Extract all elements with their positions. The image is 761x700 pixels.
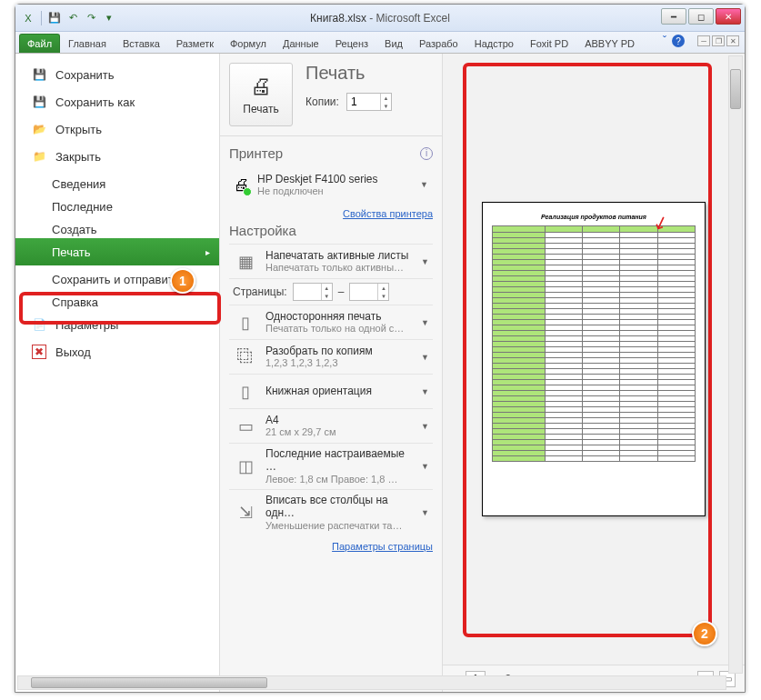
- print-title: Печать: [305, 63, 433, 84]
- nav-recent[interactable]: Последние: [15, 193, 219, 215]
- exit-icon: ✖: [32, 345, 46, 359]
- opt-sides[interactable]: ▯ Односторонняя печатьПечатать только на…: [229, 305, 433, 339]
- page-setup-link[interactable]: Параметры страницы: [332, 541, 433, 552]
- tab-view[interactable]: Вид: [376, 34, 411, 53]
- vertical-scrollbar[interactable]: [728, 55, 743, 674]
- minimize-button[interactable]: ━: [661, 8, 686, 25]
- annotation-callout-2: 2: [692, 621, 717, 646]
- quick-access-toolbar: X 💾 ↶ ↷ ▾: [15, 11, 122, 25]
- open-icon: 📂: [32, 122, 46, 136]
- tab-layout[interactable]: Разметк: [168, 34, 222, 53]
- tab-addins[interactable]: Надстро: [466, 34, 522, 53]
- tab-review[interactable]: Реценз: [327, 34, 376, 53]
- ribbon-tabs: Файл Главная Вставка Разметк Формул Данн…: [15, 32, 745, 54]
- page-side-icon: ▯: [233, 313, 258, 333]
- close-button[interactable]: ✕: [716, 8, 741, 25]
- tab-developer[interactable]: Разрабо: [411, 34, 466, 53]
- excel-icon: X: [21, 11, 35, 25]
- orientation-icon: ▯: [233, 382, 258, 402]
- fit-icon: ⇲: [233, 503, 258, 523]
- titlebar: X 💾 ↶ ↷ ▾ Книга8.xlsx - Microsoft Excel …: [15, 5, 745, 32]
- tab-home[interactable]: Главная: [60, 34, 115, 53]
- nav-close[interactable]: 📁Закрыть: [15, 143, 219, 170]
- chevron-down-icon: ▼: [420, 180, 428, 189]
- chevron-down-icon: ▼: [421, 353, 429, 362]
- redo-icon[interactable]: ↷: [84, 11, 98, 25]
- nav-exit[interactable]: ✖Выход: [15, 338, 219, 365]
- undo-icon[interactable]: ↶: [65, 11, 80, 25]
- opt-collate[interactable]: ⿻ Разобрать по копиям1,2,3 1,2,3 1,2,3 ▼: [229, 339, 433, 374]
- copies-input[interactable]: [347, 95, 380, 108]
- annotation-frame-nav-print: [19, 292, 221, 325]
- annotation-callout-1: 1: [170, 268, 195, 294]
- chevron-down-icon: ▼: [421, 508, 429, 517]
- sheets-icon: ▦: [233, 252, 258, 272]
- copies-stepper[interactable]: ▲▼: [346, 93, 392, 111]
- save-icon: 💾: [32, 67, 46, 82]
- tab-file[interactable]: Файл: [19, 34, 60, 53]
- copies-up-icon[interactable]: ▲: [380, 94, 391, 102]
- mdi-minimize-icon[interactable]: ─: [697, 35, 710, 46]
- tab-abbyy[interactable]: ABBYY PD: [576, 34, 643, 53]
- margins-icon: ◫: [233, 456, 258, 476]
- mdi-restore-icon[interactable]: ❐: [712, 35, 725, 46]
- nav-new[interactable]: Создать: [15, 215, 219, 238]
- printer-info-icon[interactable]: i: [420, 147, 433, 160]
- tab-insert[interactable]: Вставка: [115, 34, 168, 53]
- opt-paper-size[interactable]: ▭ A421 см x 29,7 см ▼: [229, 408, 433, 443]
- chevron-down-icon: ▼: [421, 387, 429, 396]
- chevron-down-icon: ▼: [421, 422, 429, 431]
- window-title: Книга8.xlsx - Microsoft Excel: [310, 12, 450, 25]
- pages-to-input[interactable]: ▲▼: [349, 283, 389, 301]
- printer-selector[interactable]: 🖨 HP Deskjet F4100 series Не подключен ▼: [229, 166, 433, 203]
- saveas-icon: 💾: [32, 95, 46, 109]
- chevron-down-icon: ▼: [421, 462, 429, 471]
- nav-open[interactable]: 📂Открыть: [15, 115, 219, 143]
- collate-icon: ⿻: [233, 347, 258, 366]
- opt-scaling[interactable]: ⇲ Вписать все столбцы на одн…Уменьшение …: [229, 489, 433, 535]
- qat-dropdown-icon[interactable]: ▾: [102, 11, 116, 25]
- nav-print[interactable]: Печать: [15, 238, 219, 265]
- printer-device-icon: 🖨: [234, 175, 250, 195]
- help-icon[interactable]: ?: [672, 35, 685, 47]
- tab-data[interactable]: Данные: [275, 34, 327, 53]
- nav-save[interactable]: 💾Сохранить: [15, 61, 219, 88]
- nav-saveas[interactable]: 💾Сохранить как: [15, 88, 219, 115]
- preview-table: /*rows generated below*/: [492, 225, 696, 462]
- backstage-nav: 💾Сохранить 💾Сохранить как 📂Открыть 📁Закр…: [15, 54, 219, 692]
- print-button[interactable]: 🖨 Печать: [229, 63, 293, 126]
- nav-info[interactable]: Сведения: [15, 170, 219, 193]
- pages-range: Страницы: ▲▼ – ▲▼: [229, 278, 433, 305]
- opt-orientation[interactable]: ▯ Книжная ориентация ▼: [229, 374, 433, 408]
- copies-down-icon[interactable]: ▼: [380, 102, 391, 110]
- tab-formulas[interactable]: Формул: [222, 34, 275, 53]
- tab-foxit[interactable]: Foxit PD: [522, 34, 576, 53]
- opt-print-what[interactable]: ▦ Напечатать активные листыНапечатать то…: [229, 244, 433, 278]
- paper-icon: ▭: [233, 416, 258, 436]
- chevron-down-icon: ▼: [421, 257, 429, 266]
- horizontal-scrollbar[interactable]: [17, 675, 726, 690]
- printer-icon: 🖨: [250, 74, 272, 99]
- copies-label: Копии:: [305, 95, 339, 108]
- settings-section-title: Настройка: [229, 223, 296, 238]
- mdi-close-icon[interactable]: ✕: [726, 35, 739, 46]
- printer-properties-link[interactable]: Свойства принтера: [343, 208, 433, 219]
- pages-from-input[interactable]: ▲▼: [293, 283, 333, 301]
- minimize-ribbon-icon[interactable]: ˇ: [663, 35, 666, 47]
- close-folder-icon: 📁: [32, 149, 46, 164]
- print-settings-panel: 🖨 Печать Печать Копии: ▲▼ Принтерi: [219, 54, 443, 692]
- opt-margins[interactable]: ◫ Последние настраиваемые …Левое: 1,8 см…: [229, 443, 433, 489]
- printer-section-title: Принтер: [229, 145, 283, 161]
- chevron-down-icon: ▼: [421, 318, 429, 327]
- print-preview-panel: ↙ Реализация продуктов питания /*rows ge…: [443, 54, 745, 692]
- save-icon[interactable]: 💾: [47, 11, 62, 25]
- maximize-button[interactable]: ◻: [688, 8, 714, 25]
- preview-page: ↙ Реализация продуктов питания /*rows ge…: [482, 202, 706, 516]
